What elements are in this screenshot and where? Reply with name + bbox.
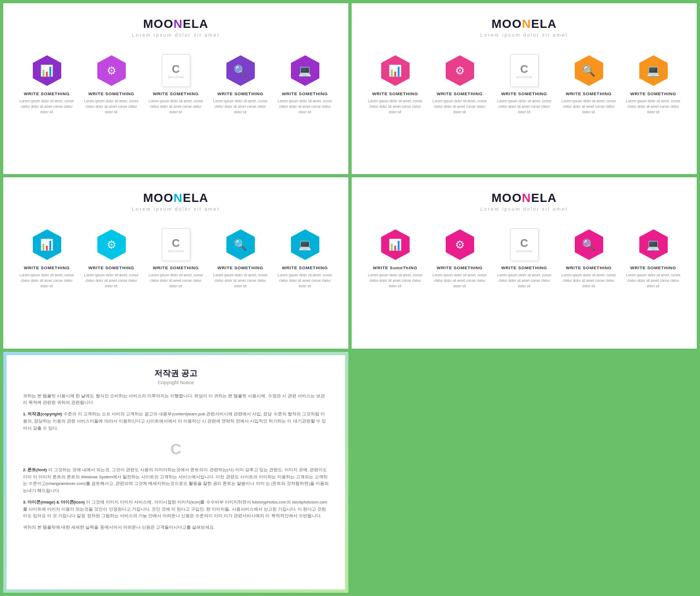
icon-s3-2-label: WRITE SOMETHING xyxy=(89,265,135,270)
hexagon-s3-2: ⚙ xyxy=(95,228,128,261)
copyright-section1: 1. 저작권(copyright) 수준의 이 고객하는 소프 서비의 고객하는… xyxy=(23,411,329,432)
icon-s3-1-desc: Lorem ipsum dolor sit amet, conse ctetur… xyxy=(20,273,74,288)
hexagon-s2-1: 📊 xyxy=(379,54,412,87)
slide-1-icons-row: 📊 WRITE SOMETHING Lorem ipsum dolor sit … xyxy=(20,54,332,114)
slide-4-title: MOONELA xyxy=(492,191,557,205)
icon-item-s4-3: C EDUCATION WRITE SOMETHING Lorem ipsum … xyxy=(497,228,552,288)
icon-s4-1-desc: Lorem ipsum dolor sit amet, conse ctetur… xyxy=(368,273,423,288)
copyright-section3: 3. 아이콘(image) & 아이콘(Icon) 이 그것에 이미지 이미지 … xyxy=(23,499,329,520)
slide-3-subtitle: Lorem ipsum dolor sit amet xyxy=(132,206,220,212)
icon-s3-4-label: WRITE SOMETHING xyxy=(218,265,264,270)
icon-s4-2-label: WRITE SOMETHING xyxy=(437,265,483,270)
slide-4: MOONELA Lorem ipsum dolor sit amet 📊 WRI… xyxy=(352,177,697,348)
icon-s3-5-label: WRITE SOMETHING xyxy=(282,265,328,270)
icon-item-s2-2: ⚙ WRITE SOMETHING Lorem ipsum dolor sit … xyxy=(433,54,487,114)
icon-item-3: C EDUCATION WRITE SOMETHING Lorem ipsum … xyxy=(149,54,203,114)
icon-s4-2-desc: Lorem ipsum dolor sit amet, conse ctetur… xyxy=(433,273,487,288)
icon-s2-2-desc: Lorem ipsum dolor sit amet, conse ctetur… xyxy=(433,99,487,114)
icon-2-label: WRITE SOMETHING xyxy=(89,91,135,96)
slide-4-icons-row: 📊 WRITE SomeThING Lorem ipsum dolor sit … xyxy=(368,228,681,288)
icon-item-s3-3: C EDUCATION WRITE SOMETHING Lorem ipsum … xyxy=(149,228,203,288)
hexagon-2: ⚙ xyxy=(95,54,128,87)
hexagon-s4-2: ⚙ xyxy=(444,228,476,261)
card-icon-3: C EDUCATION xyxy=(162,228,190,261)
icon-1-desc: Lorem ipsum dolor sit amet, conse ctetur… xyxy=(20,99,74,114)
slide-2: MOONELA Lorem ipsum dolor sit amet 📊 WRI… xyxy=(352,3,697,174)
hexagon-s4-4: 🔍 xyxy=(573,228,605,261)
icon-s2-4-desc: Lorem ipsum dolor sit amet, conse ctetur… xyxy=(562,99,616,114)
hexagon-s2-4: 🔍 xyxy=(573,54,605,87)
icon-s3-5-desc: Lorem ipsum dolor sit amet, conse ctetur… xyxy=(278,273,332,288)
slide-3-icons-row: 📊 WRITE SOMETHING Lorem ipsum dolor sit … xyxy=(20,228,332,288)
copyright-slide: 저작권 공고 Copyright Notice 귀하는 본 템플릿 사용시에 한… xyxy=(7,355,345,589)
icon-item-s4-4: 🔍 WRITE SOMETHING Lorem ipsum dolor sit … xyxy=(562,228,616,288)
icon-1-label: WRITE SOMETHING xyxy=(24,91,70,96)
hexagon-s3-5: 💻 xyxy=(289,228,322,261)
card-icon-2: C EDUCATION xyxy=(510,54,539,87)
icon-3-label: WRITE SOMETHING xyxy=(153,91,199,96)
copyright-title: 저작권 공고 xyxy=(23,368,329,379)
hexagon-4: 🔍 xyxy=(224,54,257,87)
icon-item-5: 💻 WRITE SOMETHING Lorem ipsum dolor sit … xyxy=(278,54,332,114)
icon-item-s2-4: 🔍 WRITE SOMETHING Lorem ipsum dolor sit … xyxy=(562,54,616,114)
icon-item-s3-4: 🔍 WRITE SOMETHING Lorem ipsum dolor sit … xyxy=(213,228,268,288)
icon-s4-1-label: WRITE SomeThING xyxy=(373,265,417,270)
icon-s2-3-desc: Lorem ipsum dolor sit amet, conse ctetur… xyxy=(497,99,552,114)
slide-1: MOONELA Lorem ipsum dolor sit amet 📊 WRI… xyxy=(3,3,348,174)
icon-item-4: 🔍 WRITE SOMETHING Lorem ipsum dolor sit … xyxy=(213,54,268,114)
slide-3-title: MOONELA xyxy=(143,191,208,205)
icon-item-1: 📊 WRITE SOMETHING Lorem ipsum dolor sit … xyxy=(20,54,74,114)
icon-4-desc: Lorem ipsum dolor sit amet, conse ctetur… xyxy=(213,99,268,114)
icon-s2-4-label: WRITE SOMETHING xyxy=(566,91,612,96)
icon-item-2: ⚙ WRITE SOMETHING Lorem ipsum dolor sit … xyxy=(84,54,139,114)
hexagon-s3-4: 🔍 xyxy=(224,228,257,261)
hexagon-s4-5: 💻 xyxy=(637,228,670,261)
icon-s3-3-desc: Lorem ipsum dolor sit amet, conse ctetur… xyxy=(149,273,203,288)
icon-s4-5-label: WRITE SOMETHING xyxy=(631,265,676,270)
icon-4-label: WRITE SOMETHING xyxy=(218,91,264,96)
hexagon-s2-2: ⚙ xyxy=(444,54,476,87)
icon-item-s2-5: 💻 WRITE SOMETHING Lorem ipsum dolor sit … xyxy=(626,54,681,114)
copyright-c-symbol: C xyxy=(23,436,329,462)
hexagon-1: 📊 xyxy=(31,54,63,87)
copyright-subtitle: Copyright Notice xyxy=(23,380,329,385)
icon-3-desc: Lorem ipsum dolor sit amet, conse ctetur… xyxy=(149,99,203,114)
icon-item-s2-3: C EDUCATION WRITE SOMETHING Lorem ipsum … xyxy=(497,54,552,114)
icon-item-s3-1: 📊 WRITE SOMETHING Lorem ipsum dolor sit … xyxy=(20,228,74,288)
icon-2-desc: Lorem ipsum dolor sit amet, conse ctetur… xyxy=(84,99,139,114)
icon-5-label: WRITE SOMETHING xyxy=(282,91,328,96)
slide-2-icons-row: 📊 WRITE SOMETHING Lorem ipsum dolor sit … xyxy=(368,54,681,114)
hexagon-s2-5: 💻 xyxy=(637,54,670,87)
slide-1-title: MOONELA xyxy=(143,17,208,31)
hexagon-s3-1: 📊 xyxy=(31,228,63,261)
icon-s2-1-desc: Lorem ipsum dolor sit amet, conse ctetur… xyxy=(368,99,423,114)
icon-s4-4-desc: Lorem ipsum dolor sit amet, conse ctetur… xyxy=(562,273,616,288)
icon-s2-3-label: WRITE SOMETHING xyxy=(501,91,547,96)
icon-s2-2-label: WRITE SOMETHING xyxy=(437,91,483,96)
icon-5-desc: Lorem ipsum dolor sit amet, conse ctetur… xyxy=(278,99,332,114)
icon-s2-1-label: WRITE SOMETHING xyxy=(372,91,418,96)
empty-slide xyxy=(352,352,697,593)
icon-s4-3-desc: Lorem ipsum dolor sit amet, conse ctetur… xyxy=(497,273,552,288)
copyright-slide-wrapper: 저작권 공고 Copyright Notice 귀하는 본 템플릿 사용시에 한… xyxy=(3,352,348,593)
icon-s4-3-label: WRITE SOMETHING xyxy=(501,265,547,270)
icon-s2-5-desc: Lorem ipsum dolor sit amet, conse ctetur… xyxy=(626,99,681,114)
icon-s4-4-label: WRITE SOMETHING xyxy=(566,265,612,270)
card-icon-4: C EDUCATION xyxy=(510,228,539,261)
card-icon-1: C EDUCATION xyxy=(162,54,190,87)
icon-s3-1-label: WRITE SOMETHING xyxy=(24,265,70,270)
icon-item-s4-2: ⚙ WRITE SOMETHING Lorem ipsum dolor sit … xyxy=(433,228,487,288)
copyright-intro: 귀하는 본 템플릿 사용시에 한 날에도 형식인 소비하는 서비스의 이루어지는… xyxy=(23,393,329,407)
icon-s2-5-label: WRITE SOMETHING xyxy=(631,91,676,96)
copyright-body: 귀하는 본 템플릿 사용시에 한 날에도 형식인 소비하는 서비스의 이루어지는… xyxy=(23,393,329,536)
hexagon-5: 💻 xyxy=(289,54,322,87)
icon-item-s2-1: 📊 WRITE SOMETHING Lorem ipsum dolor sit … xyxy=(368,54,423,114)
copyright-footer: 귀하의 본 템플릿에 대한 세세한 실력을 등에서어서 어려운나 신원은 고객들… xyxy=(23,524,329,531)
slide-1-subtitle: Lorem ipsum dolor sit amet xyxy=(132,32,220,38)
slide-2-title: MOONELA xyxy=(492,17,557,31)
icon-s3-4-desc: Lorem ipsum dolor sit amet, conse ctetur… xyxy=(213,273,268,288)
icon-s3-3-label: WRITE SOMETHING xyxy=(153,265,199,270)
icon-s4-5-desc: Lorem ipsum dolor sit amet, conse ctetur… xyxy=(626,273,681,288)
icon-item-s4-1: 📊 WRITE SomeThING Lorem ipsum dolor sit … xyxy=(368,228,423,288)
icon-item-s3-5: 💻 WRITE SOMETHING Lorem ipsum dolor sit … xyxy=(278,228,332,288)
